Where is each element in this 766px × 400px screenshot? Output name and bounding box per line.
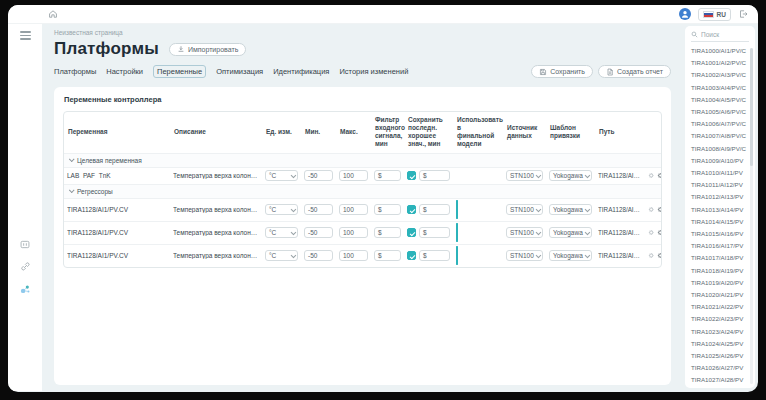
tag-path-item[interactable]: TIRA1022/AI23/PV [685,313,755,325]
tag-path-item[interactable]: TIRA1011/AI12/PV [685,179,755,191]
keep-last-input[interactable]: $ [419,204,450,215]
logout-icon[interactable] [738,9,748,19]
tag-path-item[interactable]: TIRA1006/AI7/PV/C [685,118,755,130]
use-in-model-checkbox[interactable] [456,223,458,242]
tag-path-item[interactable]: TIRA1023/AI24/PV [685,326,755,338]
tab-optimization[interactable]: Оптимизация [216,67,263,76]
data-source-select[interactable]: STN100 [506,170,543,181]
tab-settings[interactable]: Настройки [106,67,143,76]
user-avatar[interactable] [679,8,691,20]
group-row-regressors[interactable]: Регрессоры [64,184,662,198]
tag-path-item[interactable]: TIRA1016/AI17/PV [685,240,755,252]
filter-input[interactable]: $ [374,227,401,238]
filter-input[interactable]: $ [374,170,401,181]
binding-template-select[interactable]: Yokogawa [549,170,592,181]
keep-last-input[interactable]: $ [419,170,450,181]
max-input[interactable]: 100 [339,170,368,181]
collapse-icon[interactable] [69,156,75,162]
tag-path-item[interactable]: TIRA1013/AI14/PV [685,204,755,216]
import-button[interactable]: Импортировать [169,43,246,56]
tag-path-item[interactable]: TIRA1021/AI22/PV [685,301,755,313]
config-icon[interactable] [657,172,663,179]
settings-icon[interactable] [648,172,655,179]
link-icon[interactable] [20,261,31,272]
tag-path-list: TIRA1000/AI1/PV/CTIRA1001/AI2/PV/CTIRA10… [685,45,755,384]
use-in-model-checkbox[interactable] [456,246,458,265]
create-report-button[interactable]: Создать отчет [598,65,671,78]
tag-path-item[interactable]: TIRA1017/AI18/PV [685,252,755,264]
tag-path-item[interactable]: TIRA1002/AI3/PV/C [685,69,755,81]
data-source-select[interactable]: STN100 [506,227,543,238]
binding-template-select[interactable]: Yokogawa [549,227,592,238]
max-input[interactable]: 100 [339,227,368,238]
collapse-icon[interactable] [69,187,75,193]
tag-path-item[interactable]: TIRA1008/AI9/PV/C [685,143,755,155]
tab-variables[interactable]: Переменные [153,65,206,78]
table-header-row: Переменная Описание Ед. изм. Мин. Макс. … [64,112,662,153]
tag-path-item[interactable]: TIRA1026/AI27/PV [685,362,755,374]
tag-path-item[interactable]: TIRA1024/AI25/PV [685,338,755,350]
home-icon[interactable] [48,9,58,19]
keep-last-input[interactable]: $ [419,227,450,238]
config-icon[interactable] [657,229,663,236]
tag-path-item[interactable]: TIRA1010/AI11/PV [685,167,755,179]
min-input[interactable]: -50 [304,204,333,215]
scrollbar[interactable] [750,48,753,384]
search-box[interactable] [691,31,749,42]
scrollbar-thumb[interactable] [750,48,753,166]
keep-last-input[interactable]: $ [419,250,450,261]
unit-select[interactable]: °C [265,250,298,261]
data-source-select[interactable]: STN100 [506,250,543,261]
max-input[interactable]: 100 [339,250,368,261]
molecule-icon[interactable] [19,283,31,295]
tag-path-item[interactable]: TIRA1000/AI1/PV/C [685,45,755,57]
config-icon[interactable] [657,252,663,259]
use-in-model-checkbox[interactable] [456,200,458,219]
unit-select[interactable]: °C [265,170,298,181]
keep-last-checkbox[interactable] [407,228,416,237]
save-button[interactable]: Сохранить [531,65,593,78]
min-input[interactable]: -50 [304,170,333,181]
tag-path-item[interactable]: TIRA1012/AI13/PV [685,191,755,203]
tag-path-item[interactable]: TIRA1005/AI6/PV/C [685,106,755,118]
binding-template-select[interactable]: Yokogawa [549,204,592,215]
max-input[interactable]: 100 [339,204,368,215]
settings-icon[interactable] [648,206,655,213]
search-input[interactable] [701,31,749,38]
group-row-target[interactable]: Целевая переменная [64,153,662,167]
settings-icon[interactable] [648,229,655,236]
tag-path-item[interactable]: TIRA1003/AI4/PV/C [685,82,755,94]
unit-select[interactable]: °C [265,204,298,215]
unit-select[interactable]: °C [265,227,298,238]
min-input[interactable]: -50 [304,250,333,261]
tab-platforms[interactable]: Платформы [54,67,96,76]
filter-input[interactable]: $ [374,250,401,261]
tag-path-item[interactable]: TIRA1007/AI8/PV/C [685,130,755,142]
tab-identification[interactable]: Идентификация [273,67,329,76]
tag-path-item[interactable]: TIRA1020/AI21/PV [685,289,755,301]
tab-history[interactable]: История изменений [339,67,408,76]
tag-path-item[interactable]: TIRA1018/AI19/PV [685,265,755,277]
data-source-select[interactable]: STN100 [506,204,543,215]
menu-icon[interactable] [20,31,31,40]
variable-description: Температура верха колонны [173,229,259,236]
binding-template-select[interactable]: Yokogawa [549,250,592,261]
keep-last-checkbox[interactable] [407,251,416,260]
panel-icon[interactable] [19,239,31,250]
tag-path-item[interactable]: TIRA1001/AI2/PV/C [685,57,755,69]
tag-path-item[interactable]: TIRA1004/AI5/PV/C [685,94,755,106]
config-icon[interactable] [657,206,663,213]
settings-icon[interactable] [648,252,655,259]
min-input[interactable]: -50 [304,227,333,238]
filter-input[interactable]: $ [374,204,401,215]
chevron-down-icon [290,172,295,177]
tag-path-item[interactable]: TIRA1025/AI26/PV [685,350,755,362]
tag-path-item[interactable]: TIRA1009/AI10/PV [685,155,755,167]
language-switcher[interactable]: RU [698,8,731,21]
tag-path-item[interactable]: TIRA1019/AI20/PV [685,277,755,289]
keep-last-checkbox[interactable] [407,205,416,214]
tag-path-item[interactable]: TIRA1015/AI16/PV [685,228,755,240]
keep-last-checkbox[interactable] [407,171,416,180]
tag-path-item[interactable]: TIRA1027/AI28/PV [685,374,755,384]
tag-path-item[interactable]: TIRA1014/AI15/PV [685,216,755,228]
